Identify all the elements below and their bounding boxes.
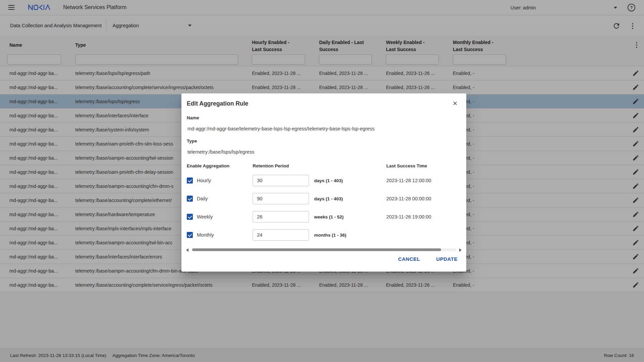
aggregation-rows: Hourlydays (1 - 403)2023-11-28 12:00:00D… — [181, 171, 466, 244]
aggregation-row: Dailydays (1 - 403)2023-11-28 00:00:00 — [181, 190, 466, 208]
aggregation-row: Hourlydays (1 - 403)2023-11-28 12:00:00 — [181, 171, 466, 190]
type-value: telemetry:/base/lsps/lsp/egress — [187, 149, 254, 155]
monthly-retention-input[interactable] — [253, 229, 309, 241]
cancel-button[interactable]: CANCEL — [398, 256, 420, 262]
aggregation-label: Monthly — [197, 232, 214, 238]
aggregation-label: Daily — [197, 196, 208, 201]
app-screen: Network Services Platform User: admin ? … — [0, 0, 644, 362]
retention-unit-label: days (1 - 403) — [314, 178, 343, 183]
weekly-retention-input[interactable] — [253, 211, 309, 223]
close-icon[interactable]: ✕ — [453, 100, 458, 107]
scrollbar-track[interactable] — [191, 248, 456, 251]
last-success-value: 2023-11-28 00:00:00 — [386, 196, 431, 201]
last-success-value: 2023-11-28 12:00:00 — [386, 178, 431, 183]
dialog-title: Edit Aggregation Rule — [187, 100, 248, 107]
monthly-checkbox[interactable] — [187, 232, 193, 238]
hourly-checkbox[interactable] — [187, 177, 193, 184]
aggregation-label: Weekly — [197, 214, 213, 219]
aggregation-row: Weeklyweeks (1 - 52)2023-11-26 19:00:00 — [181, 208, 466, 226]
scrollbar-thumb[interactable] — [192, 248, 441, 251]
update-button[interactable]: UPDATE — [436, 256, 458, 262]
name-value: md-aggr:/md-aggr-base/telemetry-base-lsp… — [187, 126, 375, 131]
scroll-left-icon[interactable] — [186, 248, 188, 252]
enable-aggregation-header: Enable Aggregation — [187, 163, 229, 168]
weekly-checkbox[interactable] — [187, 214, 193, 220]
edit-aggregation-rule-dialog: Edit Aggregation Rule ✕ Name md-aggr:/md… — [181, 93, 466, 272]
retention-period-header: Retention Period — [253, 163, 289, 168]
name-label: Name — [187, 115, 199, 120]
hourly-retention-input[interactable] — [253, 175, 309, 186]
type-label: Type — [187, 138, 197, 144]
last-success-time-header: Last Success Time — [386, 163, 427, 168]
retention-unit-label: months (1 - 36) — [314, 233, 346, 238]
daily-retention-input[interactable] — [253, 193, 309, 204]
scroll-right-icon[interactable] — [459, 248, 462, 252]
retention-unit-label: weeks (1 - 52) — [314, 214, 344, 219]
aggregation-label: Hourly — [197, 178, 211, 183]
aggregation-row: Monthlymonths (1 - 36) — [181, 226, 466, 244]
horizontal-scrollbar — [181, 247, 466, 252]
retention-unit-label: days (1 - 403) — [314, 196, 343, 201]
daily-checkbox[interactable] — [187, 196, 193, 202]
last-success-value: 2023-11-26 19:00:00 — [386, 214, 431, 219]
